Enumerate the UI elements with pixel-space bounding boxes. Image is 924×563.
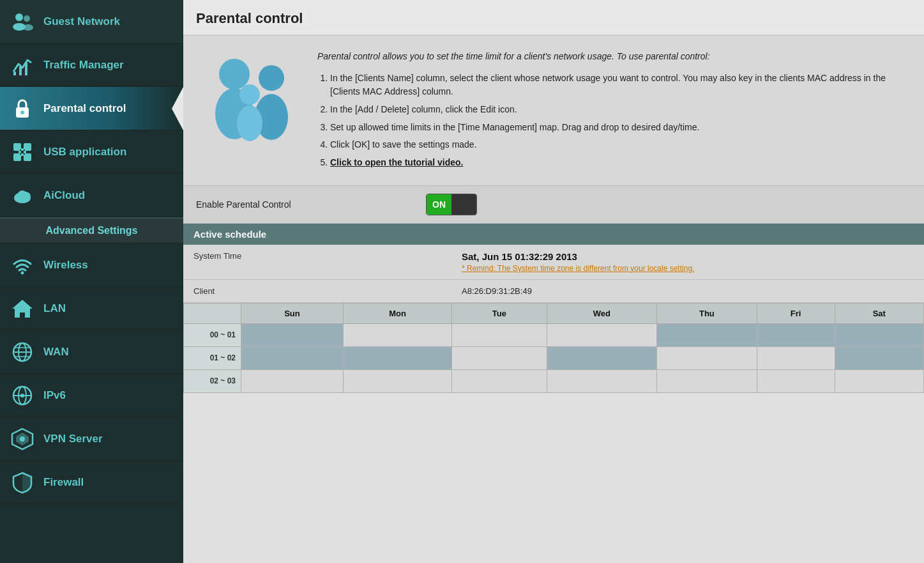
schedule-cell[interactable] [241, 346, 344, 369]
thu-header: Thu [657, 303, 757, 323]
svg-point-0 [15, 13, 23, 21]
toggle-on-label: ON [427, 194, 451, 215]
wed-header: Wed [547, 303, 657, 323]
advanced-settings-header: Advanced Settings [0, 217, 183, 243]
sidebar-item-ipv6[interactable]: IPv6 [0, 374, 183, 417]
schedule-cell[interactable] [757, 323, 835, 346]
svg-rect-15 [19, 151, 21, 153]
enable-parental-control-label: Enable Parental Control [196, 199, 426, 210]
schedule-cell[interactable] [757, 369, 835, 392]
chart-icon [10, 53, 34, 77]
svg-rect-6 [25, 63, 27, 75]
svg-point-8 [20, 111, 24, 114]
parental-control-image [196, 50, 305, 152]
shield-icon [10, 470, 34, 495]
sidebar-item-parental-control[interactable]: Parental control [0, 87, 183, 130]
main-content: Parental control Parental control allows… [183, 0, 924, 563]
client-value: A8:26:D9:31:2B:49 [462, 286, 532, 296]
puzzle-icon [10, 140, 34, 164]
schedule-cell[interactable] [835, 369, 923, 392]
svg-point-3 [23, 24, 33, 31]
svg-rect-16 [24, 151, 26, 153]
schedule-cell[interactable] [343, 323, 451, 346]
schedule-cell[interactable] [757, 346, 835, 369]
system-time-label: System Time [193, 251, 462, 261]
schedule-cell[interactable] [547, 346, 657, 369]
schedule-cell[interactable] [657, 346, 757, 369]
time-slot-label: 00 ~ 01 [184, 323, 241, 346]
schedule-section: Active schedule System Time Sat, Jun 15 … [183, 224, 924, 393]
svg-rect-17 [21, 153, 24, 156]
svg-point-40 [239, 84, 260, 105]
sidebar-item-vpn-server[interactable]: VPN Server [0, 417, 183, 461]
schedule-cell[interactable] [241, 323, 344, 346]
svg-rect-14 [21, 148, 24, 151]
client-label: Client [193, 286, 462, 296]
sidebar-item-guest-network[interactable]: Guest Network [0, 0, 183, 43]
parental-control-toggle[interactable]: ON [426, 194, 477, 215]
tue-header: Tue [452, 303, 547, 323]
schedule-cell[interactable] [343, 369, 451, 392]
sidebar: Guest Network Traffic Manager Parental c… [0, 0, 183, 563]
time-col-header [184, 303, 241, 323]
svg-point-41 [237, 105, 262, 141]
schedule-cell[interactable] [452, 323, 547, 346]
people-icon [10, 10, 34, 34]
schedule-row[interactable]: 02 ~ 03 [184, 369, 924, 392]
svg-point-38 [259, 65, 284, 91]
mon-header: Mon [343, 303, 451, 323]
schedule-body: System Time Sat, Jun 15 01:32:29 2013 * … [183, 245, 924, 393]
client-row: Client A8:26:D9:31:2B:49 [183, 280, 924, 303]
schedule-cell[interactable] [835, 323, 923, 346]
enable-parental-control-row: Enable Parental Control ON [183, 185, 924, 224]
svg-marker-23 [12, 300, 33, 318]
schedule-cell[interactable] [547, 369, 657, 392]
toggle-off-area [451, 194, 476, 215]
wifi-icon [10, 253, 34, 277]
schedule-cell[interactable] [657, 323, 757, 346]
sidebar-item-wireless[interactable]: Wireless [0, 243, 183, 287]
sidebar-item-firewall[interactable]: Firewall [0, 461, 183, 504]
schedule-cell[interactable] [343, 346, 451, 369]
schedule-row[interactable]: 01 ~ 02 [184, 346, 924, 369]
schedule-header: Active schedule [183, 224, 924, 245]
time-slot-label: 02 ~ 03 [184, 369, 241, 392]
fri-header: Fri [757, 303, 835, 323]
sidebar-item-traffic-manager[interactable]: Traffic Manager [0, 43, 183, 87]
system-time-value: Sat, Jun 15 01:32:29 2013 [462, 251, 694, 262]
schedule-cell[interactable] [452, 369, 547, 392]
svg-point-21 [18, 190, 27, 198]
sidebar-item-wan[interactable]: WAN [0, 330, 183, 374]
svg-rect-5 [19, 66, 22, 75]
time-zone-reminder[interactable]: * Remind: The System time zone is differ… [462, 264, 694, 273]
cloud-icon [10, 183, 34, 208]
page-title: Parental control [183, 0, 924, 36]
sidebar-item-usb-application[interactable]: USB application [0, 130, 183, 174]
system-time-row: System Time Sat, Jun 15 01:32:29 2013 * … [183, 245, 924, 280]
schedule-cell[interactable] [657, 369, 757, 392]
svg-point-32 [20, 394, 24, 397]
svg-point-2 [24, 15, 30, 22]
home-icon [10, 297, 34, 321]
svg-rect-4 [13, 72, 16, 75]
vpn-icon [10, 427, 34, 451]
schedule-table: Sun Mon Tue Wed Thu Fri Sat 00 ~ 0101 ~ … [183, 303, 924, 393]
schedule-row[interactable]: 00 ~ 01 [184, 323, 924, 346]
svg-point-22 [21, 271, 24, 274]
svg-point-35 [20, 436, 25, 442]
schedule-cell[interactable] [452, 346, 547, 369]
tutorial-link[interactable]: Click to open the tutorial video. [330, 157, 463, 167]
schedule-cell[interactable] [835, 346, 923, 369]
schedule-cell[interactable] [547, 323, 657, 346]
description-box: Parental control allows you to set the t… [183, 36, 924, 185]
sidebar-item-lan[interactable]: LAN [0, 287, 183, 330]
lock-icon [10, 96, 34, 121]
schedule-cell[interactable] [241, 369, 344, 392]
globe2-icon [10, 383, 34, 408]
time-slot-label: 01 ~ 02 [184, 346, 241, 369]
svg-point-36 [219, 59, 250, 89]
sidebar-item-aicloud[interactable]: AiCloud [0, 174, 183, 217]
sun-header: Sun [241, 303, 344, 323]
globe-icon [10, 340, 34, 364]
system-time-value-block: Sat, Jun 15 01:32:29 2013 * Remind: The … [462, 251, 694, 273]
